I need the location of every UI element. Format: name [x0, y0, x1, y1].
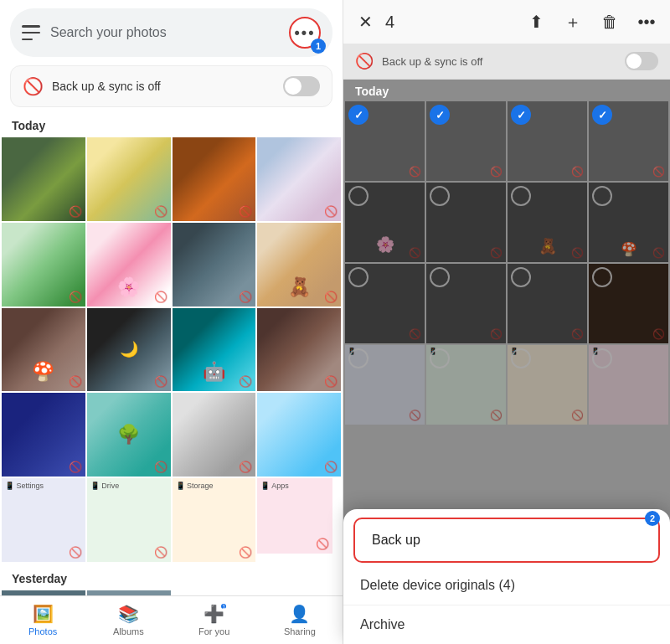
no-cloud-icon: 🚫 [652, 247, 665, 259]
right-photo-cell[interactable]: 📱 🚫 [345, 345, 425, 425]
right-photo-cell[interactable]: 🍄 🚫 [589, 183, 668, 262]
screenshot-cell[interactable]: 📱 Apps 🚫 [257, 478, 332, 554]
check-circle[interactable] [511, 186, 531, 206]
photo-cell[interactable]: 🚫 [257, 137, 341, 221]
right-photo-cell[interactable]: 🚫 [589, 101, 668, 181]
no-cloud-icon: 🚫 [154, 461, 168, 473]
right-photo-cell[interactable]: 🚫 [345, 264, 425, 343]
no-cloud-icon: 🚫 [652, 166, 665, 178]
check-circle[interactable] [511, 267, 531, 287]
check-circle[interactable] [592, 186, 612, 206]
right-photo-cell[interactable]: 🚫 [508, 101, 587, 181]
screenshot-cell[interactable]: 📱 Storage 🚫 [173, 478, 256, 562]
search-input-text[interactable]: Search your photos [50, 25, 289, 40]
right-photo-cell[interactable]: 🚫 [426, 183, 506, 262]
no-cloud-icon: 🚫 [239, 375, 252, 388]
check-circle[interactable] [348, 348, 368, 368]
photo-cell[interactable]: 🌳 🚫 [87, 393, 171, 477]
photo-cell[interactable]: 🚫 [2, 137, 85, 221]
no-cloud-icon: 🚫 [490, 247, 502, 259]
no-cloud-icon: 🚫 [324, 461, 338, 473]
no-cloud-icon: 🚫 [571, 410, 584, 421]
nav-photos[interactable]: 🖼️ Photos [0, 596, 85, 644]
nav-albums-label: Albums [113, 626, 144, 636]
check-circle[interactable] [592, 105, 612, 125]
photo-cell[interactable]: 🚫 [87, 137, 171, 221]
check-circle[interactable] [592, 348, 612, 368]
right-photo-cell[interactable]: 🧸 🚫 [508, 183, 587, 262]
photo-cell[interactable]: 🚫 [173, 223, 256, 307]
backup-action-container: Back up 2 [343, 518, 670, 563]
right-sync-bar: 🚫 Back up & sync is off [343, 44, 670, 80]
no-cloud-icon: 🚫 [490, 328, 502, 340]
sync-toggle[interactable] [283, 76, 320, 96]
sync-bar: 🚫 Back up & sync is off [10, 65, 332, 107]
screenshot-cell[interactable]: 📱 Settings 🚫 [2, 478, 85, 562]
right-no-cloud-icon: 🚫 [355, 52, 374, 70]
right-photo-cell[interactable]: 🌸 🚫 [345, 183, 425, 262]
close-button[interactable]: ✕ [352, 8, 379, 35]
unselected-photos-row-3: 🚫 🚫 🚫 🚫 [343, 264, 670, 343]
check-circle[interactable] [511, 105, 531, 125]
photo-cell[interactable]: 🚫 [173, 393, 256, 477]
check-circle[interactable] [511, 348, 531, 368]
right-photo-cell[interactable]: 📱 [589, 345, 668, 425]
archive-button[interactable]: Archive [343, 605, 670, 644]
no-cloud-icon: 🚫 [239, 461, 252, 473]
nav-foryou[interactable]: ➕ 1 For you [172, 596, 257, 644]
photo-cell[interactable]: 🍄 🚫 [2, 308, 85, 392]
right-photo-cell[interactable]: 📱 🚫 [508, 345, 587, 425]
right-photo-cell[interactable]: 🚫 [426, 101, 506, 181]
check-circle[interactable] [430, 267, 450, 287]
photo-cell[interactable]: 🧸 🚫 [257, 223, 341, 307]
delete-button[interactable]: 🗑 [595, 7, 625, 37]
photo-cell[interactable]: 🚫 [2, 393, 85, 477]
check-circle[interactable] [348, 267, 368, 287]
selected-count: 4 [385, 13, 394, 32]
check-circle[interactable] [430, 105, 450, 125]
photo-cell[interactable]: 🚫 [257, 308, 341, 392]
nav-sharing[interactable]: 👤 Sharing [257, 596, 343, 644]
sync-status-text: Back up & sync is off [52, 80, 283, 93]
nav-photos-label: Photos [28, 626, 57, 636]
no-cloud-icon: 🚫 [239, 546, 252, 559]
right-sync-toggle[interactable] [625, 52, 658, 70]
more-options-button[interactable]: ••• [631, 7, 662, 37]
screenshot-grid: 📱 Settings 🚫 📱 Drive 🚫 📱 Storage 🚫 📱 App… [0, 478, 343, 562]
right-photo-cell[interactable]: 🚫 [508, 264, 587, 343]
delete-originals-button[interactable]: Delete device originals (4) [343, 566, 670, 605]
add-button[interactable]: ＋ [558, 7, 588, 37]
hamburger-icon[interactable] [22, 25, 40, 40]
right-photo-cell[interactable]: 🚫 [426, 264, 506, 343]
photo-cell[interactable]: 🚫 [2, 223, 85, 307]
check-circle[interactable] [430, 186, 450, 206]
photo-cell[interactable]: 🌸 🚫 [87, 223, 171, 307]
more-menu-badge: 1 [311, 39, 326, 54]
photo-cell[interactable]: 🤖 🚫 [173, 308, 256, 392]
right-photo-cell[interactable]: 🚫 [345, 101, 425, 181]
backup-button[interactable]: Back up [353, 518, 660, 563]
photos-icon: 🖼️ [33, 604, 54, 624]
right-panel: ✕ 4 ⬆ ＋ 🗑 ••• 🚫 Back up & sync is off To… [343, 0, 670, 644]
no-cloud-icon: 🚫 [409, 247, 421, 259]
check-circle[interactable] [348, 186, 368, 206]
no-cloud-icon: 🚫 [154, 375, 168, 388]
bottom-nav: 🖼️ Photos 📚 Albums ➕ 1 For you 👤 Sharing [0, 595, 343, 644]
share-button[interactable]: ⬆ [521, 7, 551, 37]
photo-cell[interactable]: 🚫 [257, 393, 341, 477]
photo-cell[interactable]: 🚫 [173, 137, 256, 221]
right-photo-cell[interactable]: 🚫 [589, 264, 668, 343]
foryou-badge: 1 [219, 602, 228, 611]
check-circle[interactable] [348, 105, 368, 125]
no-cloud-icon: 🚫 [409, 328, 421, 340]
check-circle[interactable] [430, 348, 450, 368]
right-photo-cell[interactable]: 📱 🚫 [426, 345, 506, 425]
nav-albums[interactable]: 📚 Albums [85, 596, 171, 644]
left-panel: Search your photos ••• 1 🚫 Back up & syn… [0, 0, 343, 644]
no-cloud-icon: 🚫 [490, 410, 502, 421]
photo-cell[interactable]: 🌙 🚫 [87, 308, 171, 392]
no-cloud-icon: 🚫 [409, 410, 421, 421]
screenshot-cell[interactable]: 📱 Drive 🚫 [87, 478, 171, 562]
yesterday-label: Yesterday [0, 569, 343, 590]
check-circle[interactable] [592, 267, 612, 287]
